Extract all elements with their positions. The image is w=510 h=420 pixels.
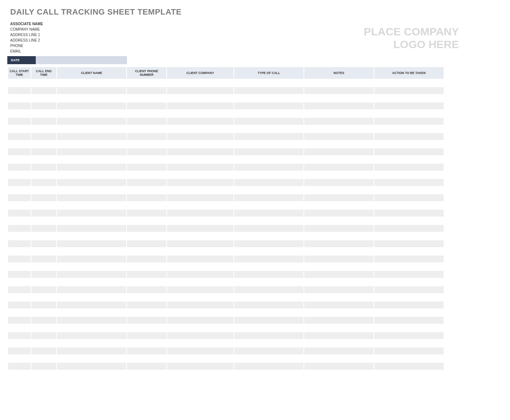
table-cell[interactable] — [374, 217, 444, 224]
table-cell[interactable] — [374, 332, 444, 339]
table-cell[interactable] — [8, 279, 31, 285]
table-cell[interactable] — [374, 294, 444, 301]
table-cell[interactable] — [127, 125, 166, 132]
table-cell[interactable] — [127, 87, 166, 94]
table-cell[interactable] — [127, 279, 166, 285]
table-cell[interactable] — [127, 133, 166, 140]
table-cell[interactable] — [234, 317, 304, 324]
table-cell[interactable] — [31, 309, 56, 316]
table-cell[interactable] — [374, 248, 444, 255]
table-cell[interactable] — [57, 279, 126, 285]
table-cell[interactable] — [304, 179, 374, 186]
table-cell[interactable] — [234, 87, 304, 94]
table-cell[interactable] — [374, 87, 444, 94]
table-cell[interactable] — [167, 110, 233, 117]
table-cell[interactable] — [31, 233, 56, 240]
table-cell[interactable] — [167, 347, 233, 354]
table-cell[interactable] — [8, 164, 31, 171]
table-cell[interactable] — [167, 179, 233, 186]
table-cell[interactable] — [8, 363, 31, 370]
table-cell[interactable] — [31, 187, 56, 194]
table-cell[interactable] — [374, 279, 444, 285]
table-cell[interactable] — [374, 347, 444, 354]
table-cell[interactable] — [167, 294, 233, 301]
table-cell[interactable] — [304, 102, 374, 109]
date-input[interactable] — [36, 56, 127, 64]
table-cell[interactable] — [31, 95, 56, 102]
table-cell[interactable] — [57, 324, 126, 331]
table-cell[interactable] — [374, 355, 444, 362]
table-cell[interactable] — [31, 110, 56, 117]
table-cell[interactable] — [167, 240, 233, 247]
table-cell[interactable] — [167, 133, 233, 140]
table-cell[interactable] — [234, 355, 304, 362]
table-cell[interactable] — [57, 95, 126, 102]
table-cell[interactable] — [167, 332, 233, 339]
table-cell[interactable] — [8, 95, 31, 102]
table-cell[interactable] — [234, 171, 304, 178]
table-cell[interactable] — [167, 202, 233, 209]
table-cell[interactable] — [234, 164, 304, 171]
table-cell[interactable] — [304, 332, 374, 339]
table-cell[interactable] — [57, 187, 126, 194]
table-cell[interactable] — [374, 187, 444, 194]
table-cell[interactable] — [374, 179, 444, 186]
table-cell[interactable] — [31, 87, 56, 94]
table-cell[interactable] — [8, 340, 31, 347]
table-cell[interactable] — [374, 110, 444, 117]
table-cell[interactable] — [374, 256, 444, 262]
table-cell[interactable] — [127, 102, 166, 109]
table-cell[interactable] — [374, 118, 444, 125]
table-cell[interactable] — [234, 248, 304, 255]
table-cell[interactable] — [167, 148, 233, 155]
table-cell[interactable] — [57, 87, 126, 94]
table-cell[interactable] — [234, 179, 304, 186]
table-cell[interactable] — [304, 317, 374, 324]
table-cell[interactable] — [127, 248, 166, 255]
table-cell[interactable] — [304, 279, 374, 285]
table-cell[interactable] — [31, 225, 56, 232]
table-cell[interactable] — [8, 102, 31, 109]
table-cell[interactable] — [234, 217, 304, 224]
table-cell[interactable] — [234, 302, 304, 308]
table-cell[interactable] — [234, 194, 304, 201]
table-cell[interactable] — [31, 263, 56, 270]
table-cell[interactable] — [304, 286, 374, 293]
table-cell[interactable] — [57, 340, 126, 347]
table-cell[interactable] — [31, 256, 56, 262]
table-cell[interactable] — [31, 324, 56, 331]
table-cell[interactable] — [31, 164, 56, 171]
table-cell[interactable] — [31, 194, 56, 201]
table-cell[interactable] — [127, 187, 166, 194]
table-cell[interactable] — [167, 118, 233, 125]
table-cell[interactable] — [167, 355, 233, 362]
table-cell[interactable] — [304, 302, 374, 308]
table-cell[interactable] — [57, 240, 126, 247]
table-cell[interactable] — [57, 148, 126, 155]
table-cell[interactable] — [234, 133, 304, 140]
table-cell[interactable] — [31, 340, 56, 347]
table-cell[interactable] — [234, 324, 304, 331]
table-cell[interactable] — [234, 332, 304, 339]
table-cell[interactable] — [304, 187, 374, 194]
table-cell[interactable] — [31, 294, 56, 301]
table-cell[interactable] — [304, 225, 374, 232]
table-cell[interactable] — [8, 324, 31, 331]
table-cell[interactable] — [167, 324, 233, 331]
table-cell[interactable] — [167, 79, 233, 86]
table-cell[interactable] — [127, 202, 166, 209]
table-cell[interactable] — [8, 79, 31, 86]
table-cell[interactable] — [374, 164, 444, 171]
table-cell[interactable] — [31, 355, 56, 362]
table-cell[interactable] — [234, 110, 304, 117]
table-cell[interactable] — [304, 256, 374, 262]
table-cell[interactable] — [234, 95, 304, 102]
table-cell[interactable] — [8, 271, 31, 278]
table-cell[interactable] — [57, 210, 126, 217]
table-cell[interactable] — [8, 286, 31, 293]
table-cell[interactable] — [57, 363, 126, 370]
table-cell[interactable] — [31, 302, 56, 308]
table-cell[interactable] — [57, 233, 126, 240]
table-cell[interactable] — [234, 340, 304, 347]
table-cell[interactable] — [234, 148, 304, 155]
